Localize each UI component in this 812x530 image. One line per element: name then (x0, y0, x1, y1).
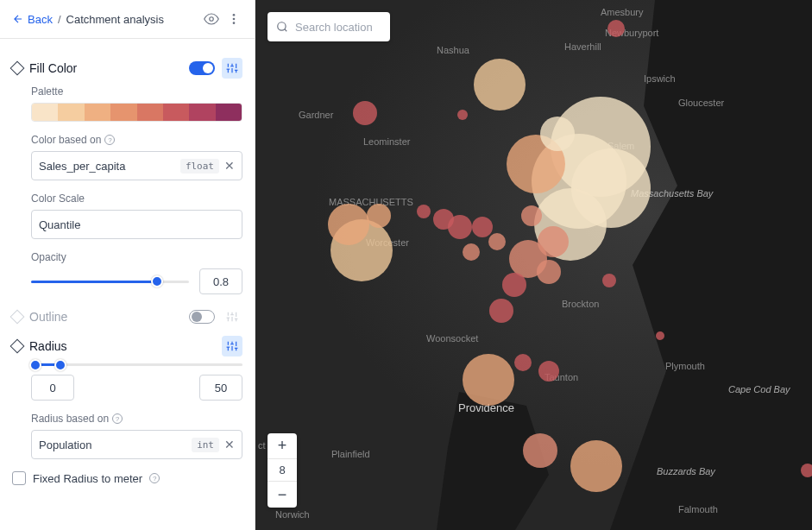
sidebar: Back / Catchment analysis Fill Color Pal… (0, 0, 255, 530)
diamond-icon (10, 61, 25, 76)
palette-selector[interactable] (31, 103, 242, 122)
sliders-icon (226, 62, 238, 74)
color-scale-label: Color Scale (31, 192, 242, 205)
outline-label: Outline (29, 310, 182, 324)
opacity-input[interactable] (199, 268, 242, 294)
svg-point-2 (233, 18, 236, 21)
svg-point-1 (233, 14, 236, 16)
map-label: Plymouth (665, 361, 705, 371)
opacity-label: Opacity (31, 251, 242, 263)
fixed-radius-checkbox[interactable] (12, 471, 26, 485)
data-bubble[interactable] (570, 440, 622, 492)
fill-color-label: Fill Color (29, 61, 182, 75)
opacity-slider[interactable] (31, 281, 189, 283)
map-label: ct (258, 440, 266, 451)
data-bubble[interactable] (540, 117, 575, 151)
map-label: Leominster (363, 136, 410, 147)
outline-toggle[interactable] (189, 310, 215, 324)
data-bubble[interactable] (353, 101, 377, 125)
help-icon[interactable]: ? (149, 473, 160, 483)
type-tag: float (180, 159, 219, 174)
color-scale-value: Quantile (39, 218, 235, 231)
palette-label: Palette (31, 85, 242, 98)
map-label: Gardner (299, 110, 333, 120)
radius-label: Radius (29, 339, 215, 353)
map-label: Cape Cod Bay (728, 384, 790, 394)
map-label: Gloucester (678, 98, 724, 108)
map-canvas[interactable]: AmesburyNewburyportNashuaHaverhillIpswic… (255, 0, 812, 530)
zoom-out-button[interactable]: − (268, 482, 297, 508)
more-menu-icon[interactable] (225, 10, 242, 28)
data-bubble[interactable] (502, 273, 526, 297)
back-button[interactable]: Back (12, 13, 53, 26)
data-bubble[interactable] (537, 260, 561, 284)
map-label: Brockton (562, 299, 599, 309)
diamond-icon (10, 339, 25, 354)
data-bubble[interactable] (489, 299, 513, 323)
radius-based-on-input[interactable]: Population int ✕ (31, 430, 242, 459)
arrow-left-icon (12, 13, 24, 25)
map-label: Buzzards Bay (657, 466, 715, 476)
map-label: Amesbury (601, 7, 644, 17)
search-icon (276, 21, 288, 33)
data-bubble[interactable] (538, 361, 559, 382)
data-bubble[interactable] (463, 243, 480, 261)
search-input[interactable] (295, 21, 381, 34)
radius-min-input[interactable] (31, 375, 74, 401)
fill-color-adjust-button[interactable] (222, 58, 242, 79)
fixed-radius-label: Fixed Radius to meter (33, 472, 142, 485)
clear-icon[interactable]: ✕ (224, 159, 235, 173)
map-label: Falmouth (678, 504, 718, 514)
data-bubble[interactable] (488, 233, 506, 250)
map-label: Nashua (437, 45, 469, 55)
data-bubble[interactable] (367, 204, 391, 228)
zoom-in-button[interactable]: + (268, 433, 297, 459)
help-icon[interactable]: ? (112, 413, 123, 424)
map-label: Haverhill (564, 41, 601, 52)
visibility-icon[interactable] (203, 10, 220, 28)
radius-max-input[interactable] (199, 375, 242, 401)
fill-color-toggle[interactable] (189, 61, 215, 75)
outline-adjust-button[interactable] (222, 306, 242, 327)
data-bubble[interactable] (521, 205, 542, 226)
data-bubble[interactable] (801, 464, 812, 477)
data-bubble[interactable] (607, 20, 625, 37)
svg-point-31 (278, 22, 286, 30)
type-tag: int (192, 438, 219, 452)
data-bubble[interactable] (656, 331, 664, 340)
data-bubble[interactable] (602, 274, 616, 287)
radius-range-slider[interactable] (31, 363, 242, 366)
data-bubble[interactable] (328, 204, 369, 245)
radius-based-on-label: Radius based on ? (31, 413, 242, 425)
data-bubble[interactable] (463, 354, 514, 406)
clear-icon[interactable]: ✕ (224, 438, 235, 451)
help-icon[interactable]: ? (104, 135, 115, 145)
svg-point-0 (210, 17, 214, 22)
radius-adjust-button[interactable] (222, 336, 242, 356)
map-label: Norwich (275, 509, 310, 520)
fill-color-section: Fill Color (12, 58, 242, 79)
color-based-on-label: Color based on ? (31, 134, 242, 146)
data-bubble[interactable] (457, 110, 468, 120)
radius-section: Radius (12, 336, 242, 356)
data-bubble[interactable] (417, 205, 431, 218)
radius-based-on-value: Population (39, 439, 186, 451)
search-box[interactable] (268, 12, 390, 41)
sidebar-header: Back / Catchment analysis (0, 0, 255, 39)
data-bubble[interactable] (523, 433, 557, 468)
data-bubble[interactable] (538, 226, 569, 257)
data-bubble[interactable] (472, 217, 493, 237)
breadcrumb-title: Catchment analysis (66, 13, 164, 26)
zoom-level: 8 (268, 459, 297, 482)
breadcrumb-separator: / (58, 13, 61, 26)
color-based-on-input[interactable]: Sales_per_capita float ✕ (31, 151, 242, 180)
data-bubble[interactable] (433, 209, 454, 230)
svg-point-3 (233, 22, 236, 24)
data-bubble[interactable] (514, 354, 532, 371)
map-label: Plainfield (331, 449, 370, 459)
map-label: Ipswich (644, 73, 676, 84)
color-scale-select[interactable]: Quantile (31, 210, 242, 239)
map-label: Woonsocket (426, 333, 478, 344)
data-bubble[interactable] (474, 59, 526, 110)
svg-line-32 (285, 29, 287, 32)
